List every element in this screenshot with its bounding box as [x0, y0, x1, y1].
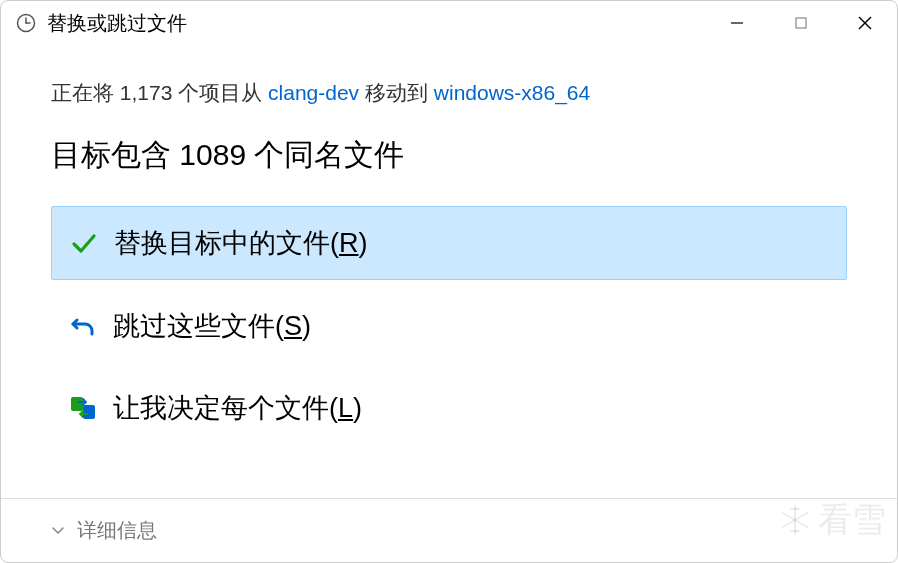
svg-rect-7 [71, 397, 83, 411]
clock-icon [15, 12, 37, 34]
file-conflict-dialog: 替换或跳过文件 正在将 1,173 个项目从 clang-dev 移动到 win… [0, 0, 898, 563]
skip-option[interactable]: 跳过这些文件(S) [51, 290, 847, 362]
details-toggle[interactable]: 详细信息 [51, 517, 157, 544]
decide-option[interactable]: 让我决定每个文件(L) [51, 372, 847, 444]
svg-rect-4 [796, 18, 806, 28]
compare-files-icon [67, 392, 99, 424]
dialog-title: 替换或跳过文件 [47, 10, 705, 37]
maximize-button[interactable] [769, 1, 833, 45]
decide-label: 让我决定每个文件(L) [113, 390, 362, 426]
undo-arrow-icon [67, 310, 99, 342]
details-label: 详细信息 [77, 517, 157, 544]
source-folder-link[interactable]: clang-dev [268, 81, 359, 104]
chevron-down-icon [51, 519, 65, 542]
skip-label: 跳过这些文件(S) [113, 308, 311, 344]
close-button[interactable] [833, 1, 897, 45]
checkmark-icon [68, 227, 100, 259]
replace-option[interactable]: 替换目标中的文件(R) [51, 206, 847, 280]
svg-rect-8 [83, 405, 95, 419]
dialog-footer: 详细信息 [1, 498, 897, 562]
dest-folder-link[interactable]: windows-x86_64 [434, 81, 590, 104]
conflict-heading: 目标包含 1089 个同名文件 [51, 135, 847, 176]
options-list: 替换目标中的文件(R) 跳过这些文件(S) [51, 206, 847, 444]
minimize-button[interactable] [705, 1, 769, 45]
move-description: 正在将 1,173 个项目从 clang-dev 移动到 windows-x86… [51, 79, 847, 107]
window-controls [705, 1, 897, 45]
titlebar: 替换或跳过文件 [1, 1, 897, 45]
replace-label: 替换目标中的文件(R) [114, 225, 368, 261]
move-middle: 移动到 [359, 81, 434, 104]
dialog-content: 正在将 1,173 个项目从 clang-dev 移动到 windows-x86… [1, 45, 897, 498]
move-prefix: 正在将 1,173 个项目从 [51, 81, 268, 104]
